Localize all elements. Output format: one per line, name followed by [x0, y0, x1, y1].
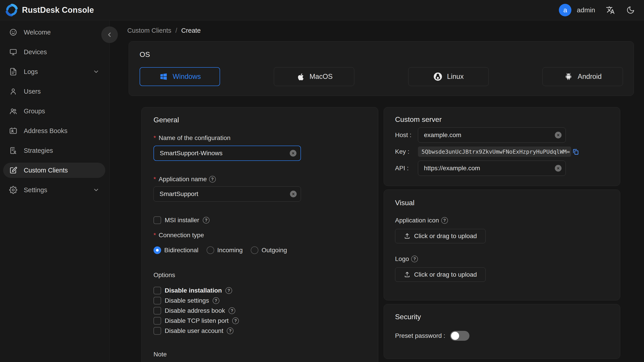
preset-password-row: Preset password : [395, 331, 609, 341]
logo-upload-button[interactable]: Click or drag to upload [395, 268, 486, 282]
help-icon[interactable]: ? [213, 297, 219, 304]
radio-outgoing[interactable]: Outgoing [251, 246, 287, 254]
checkbox[interactable] [154, 297, 161, 304]
preset-password-toggle[interactable] [450, 331, 470, 341]
sidebar-item-label: Welcome [24, 29, 51, 36]
option-disable-address-book[interactable]: Disable address book ? [154, 307, 366, 314]
sidebar-item-logs[interactable]: Logs [3, 64, 105, 79]
api-label: API : [395, 165, 418, 172]
os-button-windows[interactable]: Windows [140, 67, 220, 86]
sidebar: Welcome Devices Logs Users Groups Addres… [0, 20, 110, 362]
required-asterisk: * [154, 176, 156, 183]
chevron-down-icon [93, 68, 100, 75]
preset-password-label: Preset password : [395, 332, 445, 340]
host-input[interactable]: example.com × [418, 128, 566, 143]
upload-icon [404, 271, 410, 278]
clear-icon[interactable]: × [555, 132, 562, 138]
os-panel: OS Windows MacOS Linux [128, 41, 634, 96]
file-text-icon [9, 68, 18, 76]
config-name-value: SmartSupport-Winows [160, 150, 222, 157]
radio-bidirectional[interactable]: Bidirectional [154, 246, 198, 254]
host-row: Host : example.com × [395, 128, 609, 143]
msi-installer-checkbox[interactable] [154, 216, 161, 224]
sidebar-item-label: Settings [24, 186, 47, 194]
sidebar-item-address-books[interactable]: Address Books [3, 123, 105, 138]
sidebar-item-label: Address Books [24, 127, 68, 135]
help-icon[interactable]: ? [228, 307, 235, 314]
sidebar-item-welcome[interactable]: Welcome [3, 25, 105, 40]
sidebar-item-settings[interactable]: Settings [3, 182, 105, 198]
breadcrumb-parent[interactable]: Custom Clients [127, 27, 172, 34]
general-panel: General * Name of the configuration Smar… [142, 107, 378, 362]
sidebar-item-users[interactable]: Users [3, 84, 105, 99]
translate-icon[interactable] [606, 5, 615, 15]
sidebar-item-groups[interactable]: Groups [3, 104, 105, 119]
checkbox[interactable] [154, 317, 161, 324]
help-icon[interactable]: ? [203, 217, 210, 224]
api-input[interactable]: https://example.com × [418, 160, 566, 176]
upload-button-label: Click or drag to upload [414, 271, 477, 278]
sidebar-item-devices[interactable]: Devices [3, 44, 105, 60]
moon-icon[interactable] [626, 5, 636, 15]
general-panel-title: General [154, 116, 366, 124]
api-value: https://example.com [424, 165, 480, 172]
security-title: Security [395, 313, 609, 321]
help-icon[interactable]: ? [232, 318, 239, 324]
os-button-label: Android [578, 72, 602, 81]
sidebar-item-label: Custom Clients [24, 167, 68, 174]
edit-square-icon [9, 166, 18, 174]
clear-icon[interactable]: × [290, 150, 296, 156]
radio-icon[interactable] [206, 246, 214, 254]
strategy-doc-icon [9, 146, 18, 155]
application-name-input[interactable]: SmartSupport × [154, 186, 301, 202]
radio-icon[interactable] [154, 246, 161, 254]
os-button-label: MacOS [310, 72, 332, 81]
connection-type-label: * Connection type [154, 232, 366, 239]
sidebar-item-label: Users [24, 88, 41, 95]
radio-incoming[interactable]: Incoming [206, 246, 243, 254]
help-icon[interactable]: ? [209, 176, 216, 182]
android-icon [564, 72, 573, 81]
os-button-linux[interactable]: Linux [408, 67, 489, 86]
linux-icon [433, 72, 442, 81]
config-name-input[interactable]: SmartSupport-Winows × [154, 146, 301, 161]
option-disable-tcp-listen-port[interactable]: Disable TCP listen port ? [154, 317, 366, 324]
radio-icon[interactable] [251, 246, 258, 254]
options-checkbox-list: Disable installation ? Disable settings … [154, 287, 366, 335]
clear-icon[interactable]: × [290, 191, 297, 197]
avatar[interactable]: a [559, 4, 572, 16]
option-disable-installation[interactable]: Disable installation ? [154, 287, 366, 294]
option-disable-user-account[interactable]: Disable user account ? [154, 327, 366, 335]
sidebar-item-custom-clients[interactable]: Custom Clients [3, 163, 105, 178]
sidebar-item-strategies[interactable]: Strategies [3, 143, 105, 158]
smiley-icon [9, 28, 18, 36]
user-icon [9, 87, 18, 96]
rustdesk-logo [5, 3, 18, 17]
help-icon[interactable]: ? [227, 328, 234, 334]
key-value: 5Qbwsde3unUcJBtrx9ZkvUmwFNoExHzpryHuPUdq… [422, 148, 570, 155]
checkbox[interactable] [154, 307, 161, 314]
upload-icon [404, 233, 410, 240]
application-icon-upload-button[interactable]: Click or drag to upload [395, 229, 486, 243]
application-name-value: SmartSupport [160, 190, 198, 198]
connection-type-radios: Bidirectional Incoming Outgoing [154, 246, 366, 254]
host-label: Host : [395, 132, 418, 139]
help-icon[interactable]: ? [441, 217, 448, 224]
checkbox[interactable] [154, 327, 161, 335]
address-card-icon [9, 126, 18, 135]
toggle-knob [451, 332, 459, 340]
sidebar-item-label: Devices [24, 48, 47, 56]
checkbox[interactable] [154, 287, 161, 294]
upload-button-label: Click or drag to upload [414, 232, 477, 240]
help-icon[interactable]: ? [411, 256, 418, 262]
sidebar-item-label: Logs [24, 68, 38, 76]
os-button-macos[interactable]: MacOS [274, 67, 354, 86]
app-header: RustDesk Console a admin [0, 0, 644, 20]
copy-icon[interactable] [572, 148, 579, 155]
os-button-android[interactable]: Android [542, 67, 623, 86]
clear-icon[interactable]: × [555, 165, 562, 172]
option-disable-settings[interactable]: Disable settings ? [154, 297, 366, 304]
sidebar-collapse-button[interactable] [101, 26, 118, 43]
username[interactable]: admin [577, 6, 595, 14]
help-icon[interactable]: ? [226, 287, 232, 294]
